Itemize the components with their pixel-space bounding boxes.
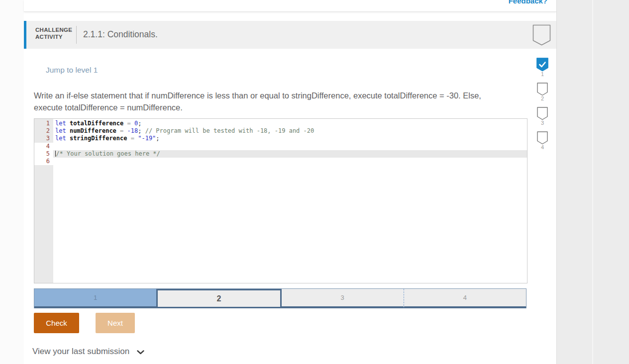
code-lines: 1let totalDifference = 0;2let numDiffere… (34, 120, 527, 165)
problem-prompt: Write an if-else statement that if numDi… (34, 90, 514, 113)
code-line-text[interactable] (53, 158, 527, 165)
completion-shield-icon (532, 24, 551, 46)
line-number: 6 (34, 158, 53, 165)
challenge-activity-header: CHALLENGE ACTIVITY 2.1.1: Conditionals. (24, 21, 556, 49)
view-last-submission-toggle[interactable]: View your last submission (32, 347, 144, 357)
prompt-line-2: execute totalDifference = numDifference. (34, 101, 514, 113)
progress-segment-1: 1 (34, 289, 156, 308)
code-line-text[interactable] (53, 143, 527, 150)
challenge-activity-kicker: CHALLENGE ACTIVITY (35, 26, 72, 40)
line-number: 1 (34, 120, 53, 127)
check-button[interactable]: Check (34, 313, 79, 333)
code-line[interactable]: 5/* Your solution goes here */ (34, 150, 527, 158)
code-line-text[interactable]: let stringDifference = "-19"; (53, 135, 527, 142)
background-divider (592, 0, 593, 364)
line-number: 2 (34, 127, 53, 135)
line-number: 5 (34, 150, 53, 158)
line-number: 4 (34, 143, 53, 150)
prompt-line-1: Write an if-else statement that if numDi… (34, 90, 514, 101)
code-line-text[interactable]: /* Your solution goes here */ (53, 150, 527, 158)
code-editor[interactable]: 1let totalDifference = 0;2let numDiffere… (34, 118, 527, 283)
feedback-link[interactable]: Feedback? (509, 0, 547, 5)
code-line-text[interactable]: let totalDifference = 0; (53, 120, 527, 127)
main-content-panel: Feedback? CHALLENGE ACTIVITY 2.1.1: Cond… (24, 0, 556, 364)
code-line-text[interactable]: let numDifference = -18; // Program will… (53, 127, 527, 135)
level-label: 4 (536, 144, 548, 150)
progress-segment-4: 4 (404, 289, 526, 308)
kicker-line-2: ACTIVITY (35, 33, 72, 40)
progress-segment-3: 3 (282, 289, 404, 308)
line-number: 3 (34, 135, 53, 142)
top-toolbar-card: Feedback? (24, 0, 556, 12)
level-label: 1 (536, 71, 548, 77)
activity-title: 2.1.1: Conditionals. (83, 29, 158, 40)
code-line[interactable]: 4 (34, 143, 527, 150)
page-background-panel (556, 0, 629, 364)
header-divider (76, 26, 77, 44)
level-progress-bar: 1234 (34, 288, 526, 308)
next-button[interactable]: Next (96, 313, 135, 333)
code-line[interactable]: 3let stringDifference = "-19"; (34, 135, 527, 142)
code-line[interactable]: 1let totalDifference = 0; (34, 120, 527, 127)
level-label: 2 (536, 95, 548, 101)
kicker-line-1: CHALLENGE (35, 26, 72, 33)
jump-to-level-link[interactable]: Jump to level 1 (46, 66, 98, 75)
level-label: 3 (536, 120, 548, 126)
progress-segment-2: 2 (156, 289, 281, 308)
code-line[interactable]: 2let numDifference = -18; // Program wil… (34, 127, 527, 135)
chevron-down-icon (137, 350, 144, 355)
code-line[interactable]: 6 (34, 158, 527, 165)
view-last-submission-label: View your last submission (32, 347, 129, 357)
